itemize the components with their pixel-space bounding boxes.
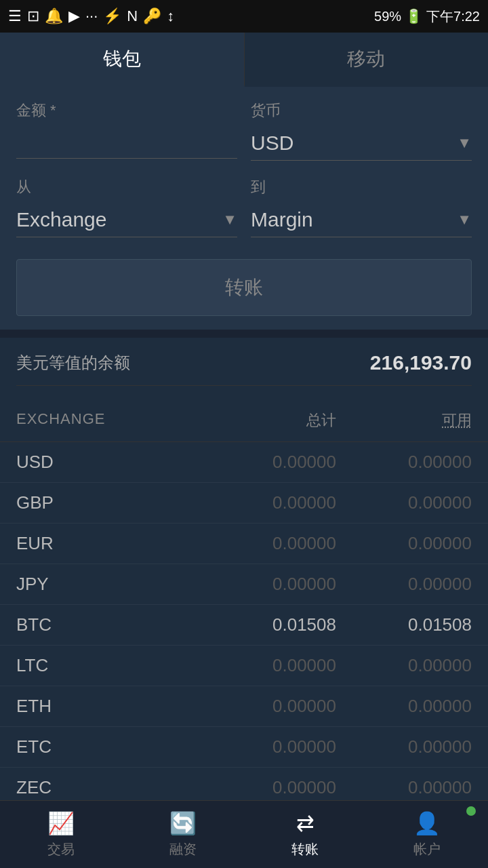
cell-total-eth: 0.00000 — [272, 696, 336, 716]
currency-value: USD — [251, 132, 457, 155]
cell-total-jpy: 0.00000 — [272, 574, 336, 594]
amount-input[interactable] — [16, 126, 237, 159]
cell-available-etc: 0.00000 — [408, 736, 472, 757]
currency-dropdown-arrow: ▼ — [457, 134, 472, 152]
cell-total: 0.00000 — [201, 574, 336, 595]
cell-total: 0.00000 — [201, 777, 336, 798]
cell-total-etc: 0.00000 — [272, 736, 336, 757]
key-icon: 🔑 — [143, 7, 161, 25]
status-right-info: 59% 🔋 下午7:22 — [374, 7, 480, 26]
table-row: EUR 0.00000 0.00000 — [0, 524, 488, 564]
wallet-status-icon: ⊡ — [27, 7, 39, 25]
main-tab-bar: 钱包 移动 — [0, 33, 488, 87]
header-available: 可用 — [336, 410, 472, 431]
table-header: EXCHANGE 总计 可用 — [0, 399, 488, 442]
cell-available-zec: 0.00000 — [408, 777, 472, 797]
cell-total: 0.00000 — [201, 492, 336, 513]
cell-available-usd: 0.00000 — [408, 452, 472, 472]
tab-wallet[interactable]: 钱包 — [0, 33, 245, 87]
to-label: 到 — [251, 177, 472, 197]
send-icon: ▶ — [68, 7, 80, 25]
balance-row: 美元等值的余额 216,193.70 — [16, 351, 472, 386]
cell-currency-usd: USD — [16, 452, 201, 473]
online-status-dot — [466, 806, 476, 816]
from-select[interactable]: Exchange ▼ — [16, 203, 237, 237]
cell-total-gbp: 0.00000 — [272, 492, 336, 513]
time-display: 下午7:22 — [426, 7, 480, 26]
cell-total: 0.00000 — [201, 696, 336, 717]
nav-item-finance[interactable]: 🔄 融资 — [122, 801, 244, 868]
cell-total: 0.00000 — [201, 655, 336, 676]
cell-currency-eur: EUR — [16, 533, 201, 554]
cell-currency-zec: ZEC — [16, 777, 201, 798]
cell-available: 0.00000 — [336, 533, 472, 554]
cell-currency-eth: ETH — [16, 696, 201, 717]
tab-move[interactable]: 移动 — [245, 33, 489, 87]
transfer-button[interactable]: 转账 — [16, 259, 472, 316]
cell-total-eur: 0.00000 — [272, 533, 336, 553]
amount-group: 金额 * — [16, 100, 237, 161]
cell-total-btc: 0.01508 — [272, 614, 336, 635]
bluetooth-icon: ⚡ — [103, 7, 121, 25]
currency-group: 货币 USD ▼ — [251, 100, 472, 161]
cell-available: 0.00000 — [336, 655, 472, 676]
nfc-icon: N — [127, 7, 138, 25]
cell-available-jpy: 0.00000 — [408, 574, 472, 594]
cell-available: 0.01508 — [336, 614, 472, 635]
cell-total: 0.00000 — [201, 533, 336, 554]
cell-currency-gbp: GBP — [16, 492, 201, 513]
nav-label-transfer: 转账 — [291, 840, 319, 859]
status-bar: ☰ ⊡ 🔔 ▶ ··· ⚡ N 🔑 ↕ 59% 🔋 下午7:22 — [0, 0, 488, 33]
nav-label-account: 帐户 — [413, 840, 441, 859]
from-group: 从 Exchange ▼ — [16, 177, 237, 237]
to-select[interactable]: Margin ▼ — [251, 203, 472, 237]
nav-label-finance: 融资 — [169, 840, 197, 859]
transfer-form: 金额 * 货币 USD ▼ 从 Exchange ▼ — [0, 87, 488, 330]
table-row: ETH 0.00000 0.00000 — [0, 686, 488, 727]
battery-percent: 59% — [374, 9, 401, 24]
cell-available: 0.00000 — [336, 452, 472, 473]
account-icon: 👤 — [413, 810, 441, 836]
nav-label-trade: 交易 — [47, 840, 75, 859]
cell-total: 0.00000 — [201, 736, 336, 757]
cell-currency-ltc: LTC — [16, 655, 201, 676]
cell-available: 0.00000 — [336, 777, 472, 798]
cell-available: 0.00000 — [336, 492, 472, 513]
cell-available-ltc: 0.00000 — [408, 655, 472, 675]
balance-value: 216,193.70 — [370, 351, 472, 374]
sim-icon: ☰ — [8, 7, 22, 25]
cell-total-usd: 0.00000 — [272, 452, 336, 472]
transfer-icon: ⇄ — [296, 810, 314, 836]
status-left-icons: ☰ ⊡ 🔔 ▶ ··· ⚡ N 🔑 ↕ — [8, 7, 174, 25]
nav-item-trade[interactable]: 📈 交易 — [0, 801, 122, 868]
cell-available-gbp: 0.00000 — [408, 492, 472, 513]
table-row: LTC 0.00000 0.00000 — [0, 646, 488, 686]
from-dropdown-arrow: ▼ — [222, 211, 237, 229]
cell-available: 0.00000 — [336, 736, 472, 757]
section-divider — [0, 330, 488, 338]
cell-available-eth: 0.00000 — [408, 696, 472, 716]
balance-section: 美元等值的余额 216,193.70 — [0, 338, 488, 399]
cell-available: 0.00000 — [336, 696, 472, 717]
exchange-table: EXCHANGE 总计 可用 USD 0.00000 0.00000 GBP 0… — [0, 399, 488, 868]
form-row-amount-currency: 金额 * 货币 USD ▼ — [16, 100, 472, 161]
cell-total: 0.00000 — [201, 452, 336, 473]
nav-item-transfer[interactable]: ⇄ 转账 — [244, 801, 366, 868]
cell-total-zec: 0.00000 — [272, 777, 336, 797]
table-row: GBP 0.00000 0.00000 — [0, 483, 488, 524]
cell-available: 0.00000 — [336, 574, 472, 595]
to-group: 到 Margin ▼ — [251, 177, 472, 237]
balance-label: 美元等值的余额 — [16, 352, 130, 374]
notification-icon: 🔔 — [45, 7, 63, 25]
cell-currency-btc: BTC — [16, 614, 201, 635]
nav-item-account[interactable]: 👤 帐户 — [366, 801, 488, 868]
table-row: BTC 0.01508 0.01508 — [0, 605, 488, 646]
cell-available-btc: 0.01508 — [408, 614, 472, 635]
cell-currency-jpy: JPY — [16, 574, 201, 595]
currency-select[interactable]: USD ▼ — [251, 126, 472, 161]
table-row: ETC 0.00000 0.00000 — [0, 727, 488, 768]
battery-icon: 🔋 — [405, 8, 422, 24]
currency-label: 货币 — [251, 100, 472, 121]
header-currency: EXCHANGE — [16, 410, 201, 431]
from-label: 从 — [16, 177, 237, 197]
